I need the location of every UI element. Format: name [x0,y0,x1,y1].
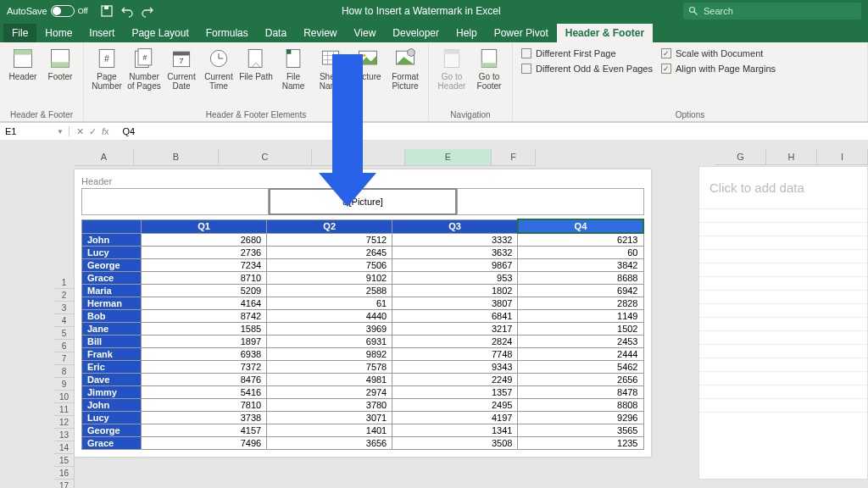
col-header[interactable]: H [766,149,817,165]
row-header[interactable]: 7 [54,352,75,365]
row-header[interactable]: 8 [54,365,75,378]
svg-text:#: # [104,53,109,64]
redo-icon[interactable] [141,4,154,18]
table-row[interactable]: Jimmy5416297413578478 [82,386,644,399]
search-box[interactable]: Search [683,3,861,19]
page-number-button[interactable]: #Page Number [89,44,125,93]
goto-footer-icon [477,47,501,70]
tab-help[interactable]: Help [448,24,486,42]
row-header[interactable]: 13 [54,429,75,441]
row-header[interactable]: 1 [54,276,75,289]
row-header[interactable]: 4 [54,314,75,327]
row-header[interactable]: 6 [54,340,75,352]
checkbox-checked-icon: ✓ [661,64,671,74]
workspace: A B C D E F G H I Header &[Picture] Q1Q2… [0,141,868,488]
row-header[interactable]: 16 [54,467,75,480]
table-header[interactable]: Q1 [142,219,267,233]
table-row[interactable]: Dave8476498122492656 [82,374,644,386]
row-numbers: 123456789101112131415161718 [54,276,75,488]
table-row[interactable]: Maria5209258818026942 [82,285,644,297]
col-header[interactable]: B [134,149,219,166]
table-row[interactable]: Eric7372757893435462 [82,361,644,374]
clock-icon [207,47,231,70]
save-icon[interactable] [100,4,114,18]
format-picture-button[interactable]: Format Picture [387,44,423,93]
group-options: Different First Page Different Odd & Eve… [513,42,868,121]
row-header[interactable]: 2 [54,289,75,302]
opt-scale-doc[interactable]: ✓Scale with Document [658,47,779,59]
row-header[interactable]: 3 [54,302,75,314]
table-row[interactable]: George4157140113413565 [82,424,644,437]
tab-file[interactable]: File [3,24,36,42]
goto-footer-button[interactable]: Go to Footer [471,44,507,93]
current-date-button[interactable]: 7Current Date [164,44,199,93]
col-header-selected[interactable]: E [405,149,492,166]
table-header[interactable]: Q2 [267,219,392,233]
opt-align-margins[interactable]: ✓Align with Page Margins [658,63,779,75]
current-time-button[interactable]: Current Time [201,44,236,93]
table-row[interactable]: Herman41646138072828 [82,297,644,310]
table-row[interactable]: John2680751233326213 [82,233,644,247]
table-row[interactable]: Grace7496365635081235 [82,437,644,450]
table-row[interactable]: Frank6938989277482444 [82,348,644,361]
table-header[interactable] [82,219,142,233]
tab-view[interactable]: View [346,24,385,42]
row-header[interactable]: 12 [54,416,75,429]
row-header[interactable]: 10 [54,391,75,403]
tab-data[interactable]: Data [257,24,295,42]
formula-bar[interactable]: Q4 [116,126,142,136]
file-name-button[interactable]: File Name [275,44,311,93]
right-data-pane[interactable]: Click to add data [698,166,868,480]
tab-formulas[interactable]: Formulas [198,24,257,42]
tab-power-pivot[interactable]: Power Pivot [486,24,557,42]
fx-icon[interactable]: fx [102,126,109,137]
num-pages-button[interactable]: #Number of Pages [126,44,162,93]
table-header[interactable]: Q4 [518,219,643,233]
row-header[interactable]: 17 [54,480,75,488]
tab-home[interactable]: Home [36,24,81,42]
header-right[interactable] [457,188,644,215]
group-navigation: Go to Header Go to Footer Navigation [429,42,513,121]
file-path-button[interactable]: File Path [238,44,274,84]
header-button[interactable]: Header [5,44,41,84]
tab-page-layout[interactable]: Page Layout [123,24,197,42]
name-box[interactable]: E1▼ [0,126,70,136]
footer-button[interactable]: Footer [42,44,78,84]
table-row[interactable]: Bill1897693128242453 [82,336,644,348]
table-header[interactable]: Q3 [392,219,518,233]
table-row[interactable]: Lucy27362645363260 [82,247,644,259]
row-header[interactable]: 11 [54,403,75,416]
table-row[interactable]: George7234750698673842 [82,259,644,272]
format-picture-icon [393,47,417,70]
autosave-toggle[interactable]: AutoSave Off [0,5,95,17]
opt-different-first[interactable]: Different First Page [518,47,656,59]
title-bar: AutoSave Off How to Insert a Watermark i… [0,0,868,22]
table-row[interactable]: Bob8742444068411149 [82,310,644,323]
page-layout-page: Header &[Picture] Q1Q2Q3Q4John2680751233… [75,169,651,457]
table-row[interactable]: John7810378024958808 [82,399,644,412]
row-header[interactable]: 9 [54,378,75,391]
row-header[interactable]: 5 [54,327,75,340]
row-header[interactable]: 14 [54,441,75,454]
tab-review[interactable]: Review [295,24,345,42]
tab-insert[interactable]: Insert [81,24,123,42]
col-header[interactable]: F [492,149,536,166]
header-left[interactable] [81,188,269,215]
svg-text:#: # [142,53,147,62]
ribbon: Header Footer Header & Footer #Page Numb… [0,42,868,122]
data-table[interactable]: Q1Q2Q3Q4John2680751233326213Lucy27362645… [81,219,644,450]
col-header[interactable]: C [219,149,312,166]
opt-different-odd-even[interactable]: Different Odd & Even Pages [518,63,656,75]
col-header[interactable]: A [75,149,134,166]
row-header[interactable]: 15 [54,454,75,467]
tab-header-footer[interactable]: Header & Footer [557,24,653,42]
table-row[interactable]: Lucy3738307141979296 [82,412,644,424]
table-row[interactable]: Jane1585396932171502 [82,323,644,336]
cancel-icon[interactable]: ✕ [76,126,84,137]
col-header[interactable]: G [715,149,766,165]
table-row[interactable]: Grace871091029538688 [82,272,644,285]
col-header[interactable]: I [817,149,868,165]
tab-developer[interactable]: Developer [384,24,448,42]
enter-icon[interactable]: ✓ [89,126,97,137]
undo-icon[interactable] [120,4,134,18]
